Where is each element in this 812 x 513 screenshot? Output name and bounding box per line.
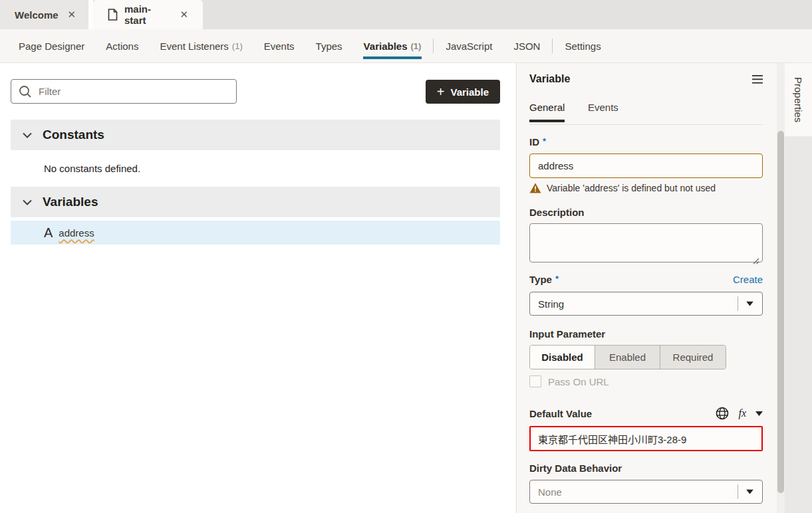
properties-side-tab-label: Properties <box>793 77 804 122</box>
nav-tab-page-designer[interactable]: Page Designer <box>8 29 95 62</box>
fx-expression-icon[interactable]: fx <box>738 407 746 419</box>
plus-icon: + <box>437 85 445 98</box>
string-type-icon: A <box>44 226 53 239</box>
search-icon <box>18 84 33 99</box>
required-marker: * <box>555 274 559 284</box>
default-value-label: Default Value <box>529 408 592 419</box>
variables-list-panel: + Variable Constants No constants define… <box>0 63 517 513</box>
input-parameter-label: Input Parameter <box>529 328 605 340</box>
add-variable-button[interactable]: + Variable <box>426 80 500 104</box>
variables-section-title: Variables <box>43 195 98 209</box>
app-window: Welcome ✕ main-start ✕ Page Designer Act… <box>0 0 812 513</box>
description-textarea[interactable] <box>529 223 763 262</box>
segment-required[interactable]: Required <box>660 346 726 369</box>
tab-welcome[interactable]: Welcome ✕ <box>0 0 88 29</box>
select-divider <box>738 296 738 311</box>
nav-tab-json[interactable]: JSON <box>503 29 551 62</box>
event-listeners-count: (1) <box>232 41 243 51</box>
select-divider <box>738 484 738 499</box>
nav-tab-settings[interactable]: Settings <box>554 29 611 62</box>
properties-panel-title: Variable <box>529 73 570 85</box>
close-icon[interactable]: ✕ <box>180 9 188 21</box>
tab-welcome-label: Welcome <box>15 9 59 21</box>
tab-main-start-label: main-start <box>124 3 170 26</box>
id-field-label: ID* <box>529 136 546 148</box>
properties-tabs: General Events <box>529 102 763 125</box>
warning-icon <box>529 183 541 193</box>
active-tab-underline <box>363 56 422 59</box>
nav-divider <box>433 39 434 53</box>
constants-section-title: Constants <box>43 128 104 142</box>
nav-tab-types[interactable]: Types <box>305 29 353 62</box>
segment-enabled[interactable]: Enabled <box>595 346 660 369</box>
panel-scrollbar[interactable] <box>777 63 785 513</box>
filter-input[interactable] <box>39 86 229 97</box>
segment-disabled[interactable]: Disabled <box>530 346 595 369</box>
nav-tab-events[interactable]: Events <box>253 29 305 62</box>
nav-tab-javascript[interactable]: JavaScript <box>435 29 503 62</box>
variables-section-header[interactable]: Variables <box>11 187 500 217</box>
input-parameter-segmented-control: Disabled Enabled Required <box>529 345 726 369</box>
editor-nav-bar: Page Designer Actions Event Listeners(1)… <box>0 29 812 63</box>
constants-section-header[interactable]: Constants <box>11 120 500 150</box>
warning-text: Variable 'address' is defined but not us… <box>547 183 716 193</box>
dirty-data-behavior-select[interactable]: None <box>529 480 763 504</box>
constants-empty-message: No constants defined. <box>44 163 140 174</box>
pass-on-url-row: Pass On URL <box>529 375 609 387</box>
pass-on-url-checkbox[interactable] <box>529 375 541 387</box>
nav-divider <box>552 39 553 53</box>
tab-general[interactable]: General <box>529 102 565 122</box>
id-input[interactable] <box>529 154 763 178</box>
chevron-down-icon <box>23 132 32 138</box>
required-marker: * <box>543 136 546 146</box>
add-variable-label: Variable <box>450 86 489 98</box>
nav-tab-actions[interactable]: Actions <box>95 29 149 62</box>
dirty-data-behavior-value: None <box>538 486 562 498</box>
description-field-label: Description <box>529 207 585 218</box>
unused-variable-warning: Variable 'address' is defined but not us… <box>529 183 763 193</box>
nav-tab-event-listeners[interactable]: Event Listeners(1) <box>149 29 253 62</box>
globe-icon[interactable] <box>716 407 729 420</box>
type-field-label: Type* <box>529 274 559 285</box>
default-value-input[interactable] <box>529 426 763 451</box>
chevron-down-icon <box>23 199 32 205</box>
close-icon[interactable]: ✕ <box>68 9 76 21</box>
caret-down-icon[interactable] <box>755 411 763 416</box>
dirty-data-behavior-label: Dirty Data Behavior <box>529 462 622 474</box>
menu-icon[interactable] <box>752 75 763 84</box>
document-icon <box>108 9 118 21</box>
window-tab-bar: Welcome ✕ main-start ✕ <box>0 0 812 29</box>
variables-count: (1) <box>411 41 422 51</box>
caret-down-icon <box>746 490 753 494</box>
create-type-link[interactable]: Create <box>733 274 763 285</box>
tab-main-start[interactable]: main-start ✕ <box>93 0 203 29</box>
pass-on-url-label: Pass On URL <box>548 376 609 387</box>
caret-down-icon <box>746 302 753 306</box>
tab-events[interactable]: Events <box>588 102 618 122</box>
properties-panel: Variable General Events ID* Variable 'ad… <box>517 63 777 513</box>
properties-side-tab[interactable]: Properties <box>785 63 812 136</box>
variable-list-item-address[interactable]: A address <box>11 221 500 245</box>
nav-tab-variables[interactable]: Variables(1) <box>353 29 432 62</box>
tab-gap <box>88 0 93 29</box>
filter-field[interactable] <box>11 79 237 104</box>
scrollbar-thumb[interactable] <box>777 131 784 493</box>
side-tab-strip: Properties <box>785 63 812 513</box>
variable-name: address <box>59 227 94 239</box>
type-select-value: String <box>538 298 564 310</box>
type-select[interactable]: String <box>529 292 763 316</box>
